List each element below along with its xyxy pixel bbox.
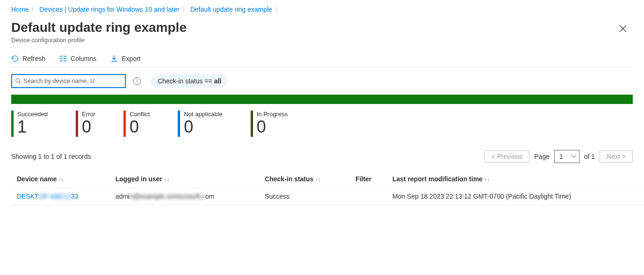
search-box[interactable] bbox=[11, 74, 126, 88]
columns-label: Columns bbox=[71, 55, 96, 62]
page-label: Page bbox=[534, 153, 550, 160]
sort-icon: ↑↓ bbox=[59, 177, 64, 182]
close-icon bbox=[619, 25, 627, 32]
pill-prefix: Check-in status == bbox=[158, 77, 214, 85]
chevron-right-icon: 〉 bbox=[31, 6, 36, 13]
records-count: Showing 1 to 1 of 1 records bbox=[11, 153, 91, 160]
breadcrumb-home[interactable]: Home bbox=[11, 6, 29, 13]
col-user[interactable]: Logged in user↑↓ bbox=[110, 171, 259, 188]
search-input[interactable] bbox=[23, 77, 122, 84]
page-select[interactable]: 1 bbox=[554, 150, 579, 163]
search-icon bbox=[15, 78, 22, 84]
pill-value: all bbox=[214, 77, 222, 85]
progress-bar bbox=[11, 95, 633, 104]
previous-button[interactable]: < Previous bbox=[485, 150, 530, 163]
sort-icon: ↑↓ bbox=[315, 177, 320, 182]
chevron-down-icon bbox=[572, 155, 576, 158]
page-total: of 1 bbox=[584, 153, 595, 160]
stat-conflict: Conflict0 bbox=[123, 111, 150, 137]
col-time[interactable]: Last report modification time↑↓ bbox=[387, 171, 644, 188]
table-row: DESKTOP-ABC1233 admin@example.onmicrosof… bbox=[11, 187, 644, 205]
breadcrumb: Home 〉 Devices | Update rings for Window… bbox=[11, 4, 644, 19]
next-button[interactable]: Next > bbox=[600, 150, 633, 163]
sort-icon: ↑↓ bbox=[164, 177, 169, 182]
sort-icon: ↑↓ bbox=[485, 177, 490, 182]
col-status[interactable]: Check-in status↑↓ bbox=[259, 171, 350, 188]
page-value: 1 bbox=[559, 153, 563, 160]
page-title: Default update ring example bbox=[11, 20, 187, 36]
close-button[interactable] bbox=[616, 22, 630, 36]
status-filter-pill[interactable]: Check-in status == all bbox=[151, 74, 228, 88]
svg-point-0 bbox=[16, 78, 20, 82]
stat-not-applicable: Not applicable0 bbox=[178, 111, 222, 137]
export-icon bbox=[110, 55, 118, 62]
time-cell: Mon Sep 18 2023 22:13:12 GMT-0700 (Pacif… bbox=[387, 187, 644, 205]
stat-in-progress: In Progress0 bbox=[251, 111, 288, 137]
chevron-right-icon: 〉 bbox=[182, 6, 188, 13]
columns-icon bbox=[59, 55, 67, 62]
page-subtitle: Device configuration profile bbox=[11, 37, 187, 44]
refresh-icon bbox=[11, 55, 19, 62]
stat-succeeded: Succeeded1 bbox=[11, 111, 48, 137]
refresh-button[interactable]: Refresh bbox=[11, 55, 45, 62]
chevron-right-icon: 〉 bbox=[275, 6, 280, 13]
export-button[interactable]: Export bbox=[110, 55, 140, 62]
info-icon[interactable]: i bbox=[133, 77, 141, 85]
device-link[interactable]: DESKTOP-ABC1233 bbox=[17, 193, 79, 200]
stat-error: Error0 bbox=[76, 111, 95, 137]
status-cell: Success bbox=[259, 187, 350, 205]
col-filter[interactable]: Filter bbox=[350, 171, 387, 188]
columns-button[interactable]: Columns bbox=[59, 55, 96, 62]
filter-cell bbox=[350, 187, 387, 205]
toolbar: Refresh Columns Export bbox=[11, 52, 633, 67]
refresh-label: Refresh bbox=[22, 55, 45, 62]
stats-row: Succeeded1 Error0 Conflict0 Not applicab… bbox=[11, 104, 644, 137]
breadcrumb-current[interactable]: Default update ring example bbox=[190, 6, 272, 13]
user-cell: admin@example.onmicrosoft.com bbox=[110, 187, 259, 205]
results-table: Device name↑↓ Logged in user↑↓ Check-in … bbox=[11, 171, 644, 205]
pager: < Previous Page 1 of 1 Next > bbox=[485, 150, 633, 163]
export-label: Export bbox=[122, 55, 140, 62]
breadcrumb-devices[interactable]: Devices | Update rings for Windows 10 an… bbox=[39, 6, 179, 13]
col-device[interactable]: Device name↑↓ bbox=[11, 171, 110, 188]
